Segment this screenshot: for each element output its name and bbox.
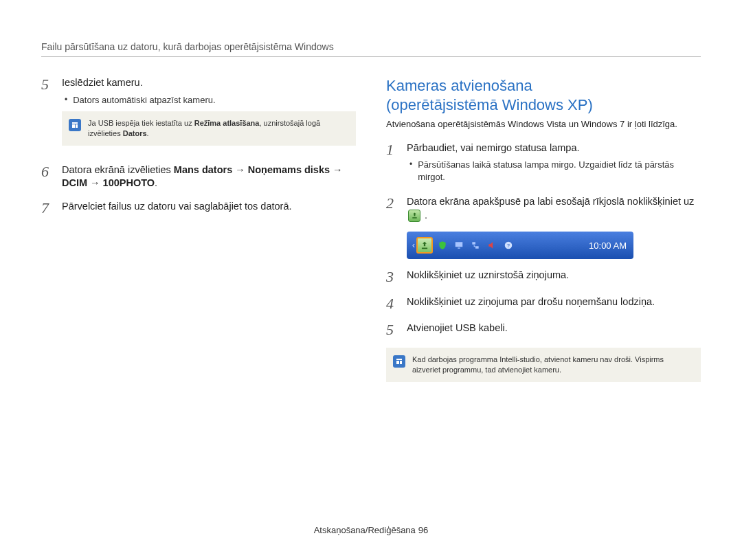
step-number: 3 [386, 269, 398, 285]
safely-remove-hardware-icon [408, 210, 420, 222]
page-footer: Atskaņošana/Rediģēšana96 [0, 525, 742, 535]
step-number: 5 [386, 322, 398, 338]
volume-tray-icon[interactable] [485, 238, 499, 252]
step-number: 5 [41, 76, 54, 154]
step-text: Pārvelciet failus uz datoru vai saglabāj… [62, 200, 356, 216]
step-2: 2 Datora ekrāna apakšpusē pa labi esošaj… [386, 195, 701, 222]
svg-text:?: ? [507, 243, 510, 248]
tray-chevron-icon: ‹ [411, 240, 416, 250]
bullet-dot: • [409, 159, 412, 183]
step-3: 3 Noklikšķiniet uz uznirstošā ziņojuma. [386, 269, 701, 285]
display-tray-icon[interactable] [452, 238, 466, 252]
breadcrumb: Failu pārsūtīšana uz datoru, kurā darboj… [41, 41, 701, 57]
windows-taskbar: ‹ [407, 232, 633, 259]
bullet-item: • Pārsūtīšanas laikā statusa lampa mirgo… [409, 159, 701, 183]
step-number: 6 [41, 164, 54, 190]
step-1: 1 Pārbaudiet, vai nemirgo statusa lampa.… [386, 142, 701, 186]
note-text: Ja USB iespēja tiek iestatīta uz Režīma … [88, 118, 348, 139]
step-7: 7 Pārvelciet failus uz datoru vai saglab… [41, 200, 356, 216]
note-box: Kad darbojas programma Intelli-studio, a… [386, 348, 701, 382]
info-icon [393, 355, 405, 368]
step-number: 2 [386, 195, 398, 222]
network-tray-icon[interactable] [469, 238, 482, 252]
info-icon [69, 119, 81, 131]
step-5: 5 Ieslēdziet kameru. • Dators automātisk… [41, 76, 356, 154]
note-box: Ja USB iespēja tiek iestatīta uz Režīma … [62, 111, 356, 146]
left-column: 5 Ieslēdziet kameru. • Dators automātisk… [41, 76, 356, 390]
bullet-dot: • [65, 94, 67, 107]
step-number: 1 [386, 142, 398, 186]
taskbar-clock: 10:00 AM [589, 240, 627, 251]
note-text: Kad darbojas programma Intelli-studio, a… [412, 355, 693, 375]
help-tray-icon[interactable]: ? [502, 238, 515, 252]
step-4: 4 Noklikšķiniet uz ziņojuma par drošu no… [386, 295, 701, 312]
step-text: Ieslēdziet kameru. [62, 77, 143, 88]
step-text: Atvienojiet USB kabeli. [407, 322, 701, 338]
step-5-right: 5 Atvienojiet USB kabeli. [386, 322, 701, 338]
step-number: 4 [386, 295, 398, 312]
step-text: Datora ekrānā izvēlieties Mans dators → … [62, 164, 356, 190]
step-text: Datora ekrāna apakšpusē pa labi esošajā … [407, 195, 701, 222]
safely-remove-hardware-tray-icon[interactable] [416, 237, 433, 254]
section-title: Kameras atvienošana (operētājsistēmā Win… [386, 76, 701, 114]
step-text: Noklikšķiniet uz uznirstošā ziņojuma. [407, 269, 701, 285]
step-6: 6 Datora ekrānā izvēlieties Mans dators … [41, 164, 356, 190]
step-text: Pārbaudiet, vai nemirgo statusa lampa. [407, 142, 579, 153]
bullet-item: • Dators automātiski atpazīst kameru. [65, 94, 356, 107]
shield-tray-icon[interactable] [436, 238, 449, 252]
section-intro: Atvienošana operētājsistēmās Windows Vis… [386, 118, 701, 131]
step-text: Noklikšķiniet uz ziņojuma par drošu noņe… [407, 295, 701, 312]
bullet-text: Dators automātiski atpazīst kameru. [73, 94, 356, 107]
right-column: Kameras atvienošana (operētājsistēmā Win… [386, 76, 701, 390]
bullet-text: Pārsūtīšanas laikā statusa lampa mirgo. … [418, 159, 701, 183]
step-number: 7 [41, 200, 54, 216]
